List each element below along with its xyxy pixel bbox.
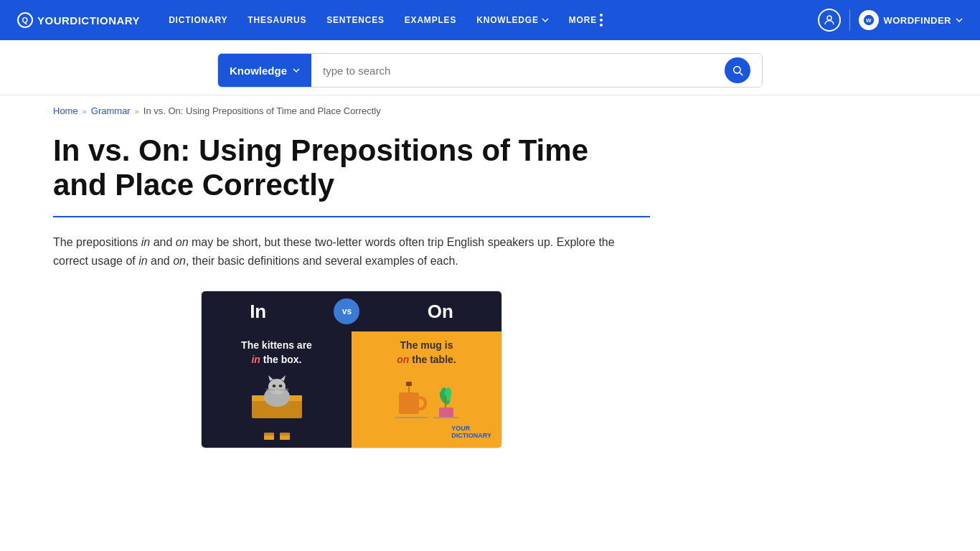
mug-illustration xyxy=(395,382,428,421)
box-icon-small xyxy=(263,432,275,441)
breadcrumb-grammar[interactable]: Grammar xyxy=(91,105,131,116)
more-dots-icon xyxy=(600,14,603,27)
search-category-dropdown[interactable]: Knowledge xyxy=(218,54,311,87)
logo-icon: Q xyxy=(17,12,33,28)
box-icon-small-2 xyxy=(279,432,291,441)
svg-point-12 xyxy=(278,385,282,387)
nav-examples[interactable]: EXAMPLES xyxy=(396,11,465,29)
cat-in-box-illustration xyxy=(245,375,309,422)
breadcrumb-home[interactable]: Home xyxy=(53,105,78,116)
vs-badge: vs xyxy=(334,298,359,324)
nav-knowledge[interactable]: KNOWLEDGE xyxy=(468,11,557,29)
search-button[interactable] xyxy=(713,54,762,87)
nav-links: DICTIONARY THESAURUS SENTENCES EXAMPLES … xyxy=(160,9,818,31)
breadcrumb-separator-1: » xyxy=(83,107,87,116)
svg-point-8 xyxy=(268,379,286,395)
user-icon xyxy=(823,14,836,27)
nav-more[interactable]: MORE xyxy=(560,9,611,31)
title-divider xyxy=(53,216,650,217)
vs-left-panel: The kittens arein the box. xyxy=(202,331,352,448)
nav-sentences[interactable]: SENTENCES xyxy=(318,11,393,29)
site-logo[interactable]: Q YOURDICTIONARY xyxy=(17,12,140,28)
vs-caption-left: The kittens arein the box. xyxy=(241,339,312,367)
search-icon xyxy=(725,57,750,83)
svg-rect-24 xyxy=(406,382,412,386)
category-chevron-icon xyxy=(293,68,300,72)
vs-image-inner: In vs On The kittens arein the box. xyxy=(202,291,501,448)
vs-caption-right: The mug ison the table. xyxy=(397,339,456,367)
nav-divider xyxy=(849,9,850,31)
vs-image-container: In vs On The kittens arein the box. xyxy=(53,291,650,448)
vs-body: The kittens arein the box. xyxy=(202,331,501,448)
breadcrumb-current: In vs. On: Using Prepositions of Time an… xyxy=(143,105,381,116)
wordfinder-logo: W xyxy=(859,10,879,30)
breadcrumb-separator-2: » xyxy=(135,107,139,116)
logo-text: YOURDICTIONARY xyxy=(37,14,140,27)
svg-text:W: W xyxy=(866,17,872,24)
vs-header: In vs On xyxy=(202,291,501,331)
vs-mug-area xyxy=(395,371,458,421)
search-bar: Knowledge xyxy=(217,53,763,88)
svg-rect-21 xyxy=(280,433,290,435)
svg-point-13 xyxy=(276,389,278,390)
vs-label-in: In xyxy=(250,301,266,323)
chevron-down-icon xyxy=(542,18,549,22)
svg-point-0 xyxy=(827,16,831,20)
yourdictionary-watermark: YOURDICTIONARY xyxy=(451,425,491,439)
user-account-icon[interactable] xyxy=(818,9,841,32)
search-section: Knowledge xyxy=(0,40,980,95)
plant-illustration xyxy=(433,382,458,421)
svg-rect-26 xyxy=(439,408,453,418)
svg-rect-22 xyxy=(399,392,419,414)
article-title: In vs. On: Using Prepositions of Time an… xyxy=(53,133,650,203)
vs-illustration: In vs On The kittens arein the box. xyxy=(201,291,502,448)
main-navigation: Q YOURDICTIONARY DICTIONARY THESAURUS SE… xyxy=(0,0,980,40)
wordfinder-logo-icon: W xyxy=(863,14,875,26)
vs-label-on: On xyxy=(428,301,453,323)
vs-right-panel: The mug ison the table. xyxy=(352,331,501,448)
nav-thesaurus[interactable]: THESAURUS xyxy=(239,11,315,29)
svg-point-11 xyxy=(272,385,275,387)
article-intro: The prepositions in and on may be short,… xyxy=(53,233,650,271)
svg-rect-19 xyxy=(264,433,274,435)
breadcrumb: Home » Grammar » In vs. On: Using Prepos… xyxy=(0,95,980,126)
chevron-down-icon xyxy=(956,18,963,22)
wordfinder-link[interactable]: W WORDFINDER xyxy=(859,10,963,30)
main-content: In vs. On: Using Prepositions of Time an… xyxy=(0,126,703,477)
svg-line-4 xyxy=(740,72,743,75)
nav-dictionary[interactable]: DICTIONARY xyxy=(160,11,236,29)
nav-right-section: W WORDFINDER xyxy=(818,9,963,32)
search-input[interactable] xyxy=(311,54,713,87)
